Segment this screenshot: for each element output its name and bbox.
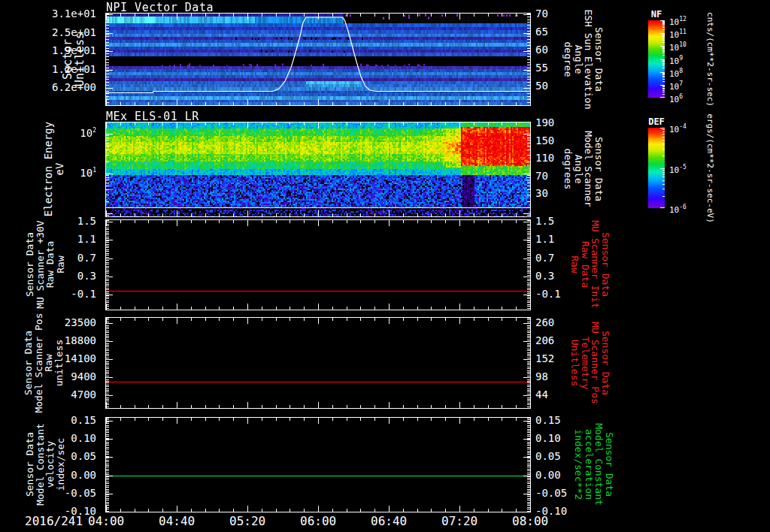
colorbar-tick-label: 10-5 [669,164,687,175]
y-tick-label-right: 0.7 [535,252,554,264]
x-tick-label: 04:40 [159,514,195,528]
y-tick-label-left: 0.15 [21,414,96,426]
y-tick-label-left: 0.3 [21,270,96,282]
colorbar-tick-label: 108 [669,68,683,79]
y-tick-label-right: 0.10 [535,432,561,444]
y-tick-label-left: 102 [21,127,96,139]
y-axis-label-right-2: Sensor Data Model Scanner Angle degrees [563,131,605,207]
y-tick-label-right: 1.1 [535,233,554,245]
y-tick-label-right: 50 [535,80,548,92]
y-tick-label-right: 206 [535,334,554,346]
y-tick-label-right: 0.15 [535,414,561,426]
y-tick-label-left: 101 [21,167,96,179]
colorbar-NF [648,20,665,98]
y-tick-label-left: 1.1 [21,233,96,245]
panel-title-2: MEx ELS-01 LR [106,110,199,123]
colorbar-tick-label: 10-6 [669,204,687,215]
y-tick-label-right: -0.05 [535,487,567,499]
colorbar-DEF [648,128,665,208]
colorbar-tick-label: 106 [669,93,683,104]
y-tick-label-left: 1.2e+01 [21,63,96,75]
y-tick-label-left: 3.1e+01 [21,8,96,20]
y-tick-label-left: 9400 [21,370,96,382]
panel-canvas-2 [106,122,530,216]
y-tick-label-left: -0.10 [21,505,96,517]
x-tick-label: 04:00 [88,514,124,528]
y-tick-label-right: 190 [535,116,554,128]
y-tick-label-right: 1.5 [535,215,554,227]
y-tick-label-right: 70 [535,8,548,20]
y-tick-label-right: 150 [535,135,554,147]
plot-panel-3 [105,219,531,310]
colorbar-tick-label: 1011 [669,29,687,40]
y-axis-label-right-1: Sensor Data ESH Sun Elevation Angle degr… [563,9,605,109]
colorbar-units: cnts/(cm**2-sr-sec) [705,12,714,107]
y-tick-label-left: 1.9e+01 [21,44,96,56]
panel-canvas-3 [106,220,530,310]
y-tick-label-left: 18800 [21,334,96,346]
y-tick-label-right: -0.1 [535,288,561,300]
y-axis-label-right-4: Sensor Data MU Scanner Pos Telemetry Uni… [570,322,611,404]
telemetry-figure: 2016/241 NPI Vector DataSector UnitlessS… [0,0,770,532]
panel-canvas-1 [106,14,530,105]
plot-panel-1 [105,13,531,106]
y-tick-label-left: 23500 [21,316,96,328]
colorbar-name: DEF [645,116,668,127]
plot-panel-2 [105,122,531,217]
y-tick-label-right: 65 [535,26,548,38]
plot-panel-4 [105,317,531,409]
y-tick-label-left: 0.10 [21,432,96,444]
y-tick-label-left: 0.7 [21,252,96,264]
y-axis-label-right-5: Sensor Data Model Constant acceleration … [574,423,615,506]
y-tick-label-left: 6.2e+00 [21,81,96,93]
y-tick-label-right: 0.00 [535,469,561,481]
panel-title-1: NPI Vector Data [106,1,214,14]
y-tick-label-left: 2.5e+01 [21,26,96,38]
colorbar-tick-label: 109 [669,55,683,66]
y-tick-label-right: 0.05 [535,450,561,462]
y-tick-label-left: 0.05 [21,450,96,462]
y-tick-label-right: 152 [535,352,554,364]
y-tick-label-right: 98 [535,370,548,382]
x-tick-label: 06:00 [300,514,336,528]
y-tick-label-right: 55 [535,62,548,74]
y-tick-label-left: -0.05 [21,487,96,499]
colorbar-name: NF [645,9,668,20]
colorbar-tick-label: 107 [669,80,683,92]
y-tick-label-right: 30 [535,187,548,199]
x-tick-label: 05:20 [229,514,265,528]
x-tick-label: 06:40 [371,514,407,528]
colorbar-tick-label: 10-4 [669,123,687,135]
y-tick-label-right: 110 [535,152,554,164]
y-tick-label-right: 0.3 [535,270,554,282]
colorbar-tick-label: 1012 [669,16,687,27]
y-tick-label-right: 70 [535,170,548,182]
colorbar-units: ergs/(cm**2-sr-sec-eV) [705,113,714,223]
x-tick-label: 08:00 [512,514,548,528]
y-tick-label-right: 260 [535,316,554,328]
y-axis-label-right-3: Sensor Data MU Scanner Init Raw Data Raw [570,220,611,308]
y-tick-label-right: 44 [535,388,548,401]
y-tick-label-right: 60 [535,44,548,56]
y-axis-label-left-1: Sector Unitless [62,32,86,86]
y-tick-label-left: -0.1 [21,288,96,300]
y-tick-label-left: 14100 [21,352,96,364]
y-tick-label-left: 1.5 [21,215,96,227]
panel-canvas-5 [106,418,530,512]
colorbar-tick-label: 1010 [669,41,687,53]
x-tick-label: 07:20 [441,514,477,528]
panel-canvas-4 [106,318,530,408]
y-tick-label-left: 4700 [21,388,96,401]
y-tick-label-left: 0.00 [21,469,96,481]
plot-panel-5 [105,417,531,512]
